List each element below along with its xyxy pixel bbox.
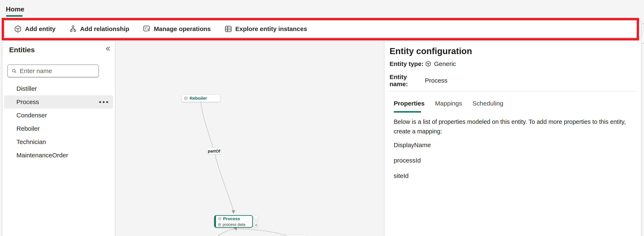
entity-type-label: Entity type: xyxy=(390,60,425,68)
share-graph-icon xyxy=(254,224,258,227)
entity-graph-canvas[interactable]: Reboiler partOf Process process data … xyxy=(116,41,384,236)
property-siteid: siteId xyxy=(394,172,431,180)
entity-item-label: Technician xyxy=(16,138,46,146)
node-datasource-label: process data xyxy=(223,222,245,227)
entity-type-row: Entity type: Generic xyxy=(390,60,456,68)
relationship-edges xyxy=(116,41,384,236)
entity-search-input[interactable] xyxy=(20,68,95,74)
add-entity-button[interactable]: Add entity xyxy=(13,23,56,35)
explore-entity-instances-button[interactable]: Explore entity instances xyxy=(224,23,308,35)
node-more-options-button[interactable]: … xyxy=(254,216,259,220)
explore-entity-instances-label: Explore entity instances xyxy=(235,26,307,32)
properties-description: Below is a list of properties modeled on… xyxy=(394,117,637,136)
property-processid: processId xyxy=(394,157,431,164)
node-relationships-button[interactable] xyxy=(254,223,259,228)
manage-operations-button[interactable]: Manage operations xyxy=(142,23,211,35)
cube-icon xyxy=(14,25,22,33)
entity-item-label: MaintenanceOrder xyxy=(16,152,68,159)
tab-home-active-indicator xyxy=(6,15,23,17)
tab-home[interactable]: Home xyxy=(6,6,24,13)
entity-item-label: Reboiler xyxy=(16,125,40,132)
entities-sidebar: Entities Distiller Process ••• Condenser xyxy=(2,41,115,236)
entity-name-row: Entity name: Process xyxy=(390,74,447,88)
entity-list-item-distiller[interactable]: Distiller xyxy=(4,82,113,95)
entity-item-label: Process xyxy=(16,98,39,106)
entity-list: Distiller Process ••• Condenser Reboiler… xyxy=(2,82,115,162)
add-relationship-button[interactable]: Add relationship xyxy=(68,23,130,35)
process-node-datasource: process data xyxy=(216,222,252,227)
tab-mappings[interactable]: Mappings xyxy=(435,100,462,107)
relationship-label-partof[interactable]: partOf xyxy=(206,148,222,154)
entity-search-box[interactable] xyxy=(7,64,99,78)
main-content-card: Entities Distiller Process ••• Condenser xyxy=(2,41,642,236)
collapse-sidebar-button[interactable] xyxy=(103,44,113,54)
scrollbar-gutter[interactable] xyxy=(642,20,644,236)
node-label: Reboiler xyxy=(190,96,207,101)
process-node-header: Process xyxy=(216,216,252,222)
entity-name-value: Process xyxy=(425,77,447,84)
cube-icon xyxy=(425,60,432,67)
table-icon xyxy=(224,25,232,33)
add-relationship-label: Add relationship xyxy=(80,26,130,32)
property-displayname: DisplayName xyxy=(394,142,431,148)
entity-list-item-maintenanceorder[interactable]: MaintenanceOrder xyxy=(4,148,113,162)
manage-operations-label: Manage operations xyxy=(154,26,210,32)
entity-type-value: Generic xyxy=(425,60,456,68)
scrollbar-tick xyxy=(642,23,644,24)
ribbon-toolbar: Add entity Add relationship Manage opera… xyxy=(4,20,641,38)
digital-twin-builder-page: Home Add entity Add relationship Manage … xyxy=(0,0,644,236)
graph-node-partial-bottom[interactable] xyxy=(286,235,306,236)
properties-list: DisplayName processId siteId xyxy=(394,142,431,188)
entity-list-item-technician[interactable]: Technician xyxy=(4,135,113,148)
table-grid-icon xyxy=(218,223,221,226)
chat-lightning-icon xyxy=(142,25,151,33)
entity-type-text: Generic xyxy=(434,60,456,68)
tab-scheduling[interactable]: Scheduling xyxy=(472,100,503,107)
entity-list-item-process[interactable]: Process ••• xyxy=(4,95,113,109)
config-section-divider xyxy=(389,91,637,92)
entities-panel-title: Entities xyxy=(9,46,35,54)
entity-item-label: Distiller xyxy=(16,85,37,92)
cube-icon xyxy=(218,217,222,220)
node-label: Process xyxy=(223,216,240,221)
chevron-double-left-icon xyxy=(104,45,111,52)
add-entity-label: Add entity xyxy=(25,26,56,32)
graph-node-reboiler[interactable]: Reboiler xyxy=(182,94,220,102)
config-panel-title: Entity configuration xyxy=(390,46,472,56)
entity-list-item-reboiler[interactable]: Reboiler xyxy=(4,122,113,135)
entity-configuration-panel: Entity configuration Entity type: Generi… xyxy=(384,41,642,236)
entity-item-label: Condenser xyxy=(16,112,47,119)
tab-properties-active-indicator xyxy=(394,111,421,112)
graph-node-process-selected[interactable]: Process process data xyxy=(214,215,253,228)
entity-list-item-condenser[interactable]: Condenser xyxy=(4,109,113,122)
tab-properties[interactable]: Properties xyxy=(394,100,424,107)
cube-icon xyxy=(184,96,188,100)
entity-name-label: Entity name: xyxy=(390,74,425,88)
search-icon xyxy=(11,68,17,74)
config-tabs: Properties Mappings Scheduling xyxy=(394,100,503,107)
org-chart-icon xyxy=(69,25,77,33)
scrollbar-tick xyxy=(642,43,644,44)
